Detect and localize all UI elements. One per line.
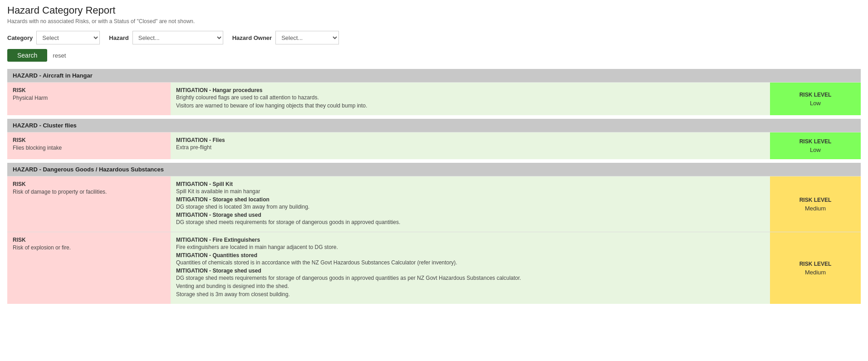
mitigation-text: Venting and bunding is designed into the… [176, 283, 765, 289]
risk-level-value: Medium [805, 269, 826, 276]
category-label: Category [7, 34, 33, 41]
mitigation-text: Visitors are warned to beware of low han… [176, 102, 765, 109]
risk-text: Flies blocking intake [13, 145, 165, 151]
risk-level-value: Medium [805, 205, 826, 212]
risk-text: Risk of damage to property or facilities… [13, 189, 165, 195]
risk-row: RISKFlies blocking intakeMITIGATION - Fl… [7, 132, 861, 159]
page-title: Hazard Category Report [7, 5, 861, 16]
risk-label: RISK [13, 181, 165, 187]
risk-row: RISKRisk of damage to property or facili… [7, 176, 861, 232]
hazard-owner-filter-group: Hazard Owner Select... [232, 31, 339, 44]
mitigation-title: MITIGATION - Flies [176, 137, 765, 143]
page-subtitle: Hazards with no associated Risks, or wit… [7, 18, 861, 24]
risk-level-value: Low [810, 100, 821, 107]
mitigation-title: MITIGATION - Fire Extinguishers [176, 237, 765, 243]
mitigation-text: DG storage shed is located 3m away from … [176, 204, 765, 210]
risk-cell: RISKRisk of explosion or fire. [7, 232, 171, 304]
risk-row: RISKPhysical HarmMITIGATION - Hangar pro… [7, 82, 861, 115]
risk-text: Physical Harm [13, 95, 165, 101]
hazard-select[interactable]: Select... [132, 31, 223, 44]
risk-row: RISKRisk of explosion or fire.MITIGATION… [7, 232, 861, 304]
mitigation-title: MITIGATION - Storage shed used [176, 268, 765, 274]
risk-level-cell: RISK LEVELLow [770, 83, 861, 115]
sections-container: HAZARD - Aircraft in HangarRISKPhysical … [7, 69, 861, 304]
mitigation-text: Extra pre-flight [176, 144, 765, 151]
mitigation-title: MITIGATION - Hangar procedures [176, 87, 765, 93]
mitigation-text: Fire extinguishers are located in main h… [176, 244, 765, 250]
risk-text: Risk of explosion or fire. [13, 244, 165, 251]
mitigation-title: MITIGATION - Spill Kit [176, 181, 765, 187]
risk-level-label: RISK LEVEL [799, 261, 832, 267]
mitigation-title: MITIGATION - Storage shed used [176, 212, 765, 218]
hazard-section-cluster-flies: HAZARD - Cluster fliesRISKFlies blocking… [7, 119, 861, 159]
hazard-section-aircraft-in-hangar: HAZARD - Aircraft in HangarRISKPhysical … [7, 69, 861, 115]
mitigation-text: Storage shed is 3m away from closest bui… [176, 291, 765, 298]
risk-cell: RISKPhysical Harm [7, 83, 171, 115]
risk-label: RISK [13, 237, 165, 243]
risk-cell: RISKRisk of damage to property or facili… [7, 176, 171, 232]
filter-row: Category Select Hazard Select... Hazard … [7, 31, 861, 44]
hazard-owner-select[interactable]: Select... [275, 31, 339, 44]
mitigation-text: Brightly coloured flags are used to call… [176, 94, 765, 101]
mitigation-text: DG storage shed meets requirements for s… [176, 275, 765, 281]
risk-level-value: Low [810, 146, 821, 153]
risk-level-label: RISK LEVEL [799, 138, 832, 145]
hazard-section-dangerous-goods: HAZARD - Dangerous Goods / Hazardous Sub… [7, 163, 861, 304]
mitigation-cell: MITIGATION - Fire ExtinguishersFire exti… [171, 232, 770, 304]
mitigation-cell: MITIGATION - Hangar proceduresBrightly c… [171, 83, 770, 115]
mitigation-text: DG storage shed meets requirements for s… [176, 219, 765, 225]
hazard-filter-group: Hazard Select... [109, 31, 223, 44]
mitigation-cell: MITIGATION - FliesExtra pre-flight [171, 132, 770, 159]
category-filter-group: Category Select [7, 31, 100, 44]
risk-label: RISK [13, 87, 165, 93]
risk-level-cell: RISK LEVELMedium [770, 232, 861, 304]
hazard-header-dangerous-goods: HAZARD - Dangerous Goods / Hazardous Sub… [7, 163, 861, 176]
risk-level-label: RISK LEVEL [799, 92, 832, 98]
risk-label: RISK [13, 137, 165, 143]
hazard-label: Hazard [109, 34, 128, 41]
search-button[interactable]: Search [7, 49, 47, 62]
risk-cell: RISKFlies blocking intake [7, 132, 171, 159]
risk-level-cell: RISK LEVELMedium [770, 176, 861, 232]
risk-level-cell: RISK LEVELLow [770, 132, 861, 159]
mitigation-text: Quantities of chemicals stored is in acc… [176, 259, 765, 266]
mitigation-text: Spill Kit is available in main hangar [176, 188, 765, 195]
mitigation-cell: MITIGATION - Spill KitSpill Kit is avail… [171, 176, 770, 232]
mitigation-title: MITIGATION - Quantities stored [176, 252, 765, 259]
hazard-header-aircraft-in-hangar: HAZARD - Aircraft in Hangar [7, 69, 861, 82]
risk-level-label: RISK LEVEL [799, 197, 832, 203]
mitigation-title: MITIGATION - Storage shed location [176, 196, 765, 203]
category-select[interactable]: Select [36, 31, 100, 44]
hazard-owner-label: Hazard Owner [232, 34, 272, 41]
hazard-header-cluster-flies: HAZARD - Cluster flies [7, 119, 861, 132]
reset-button[interactable]: reset [53, 52, 66, 59]
button-row: Search reset [7, 49, 861, 62]
